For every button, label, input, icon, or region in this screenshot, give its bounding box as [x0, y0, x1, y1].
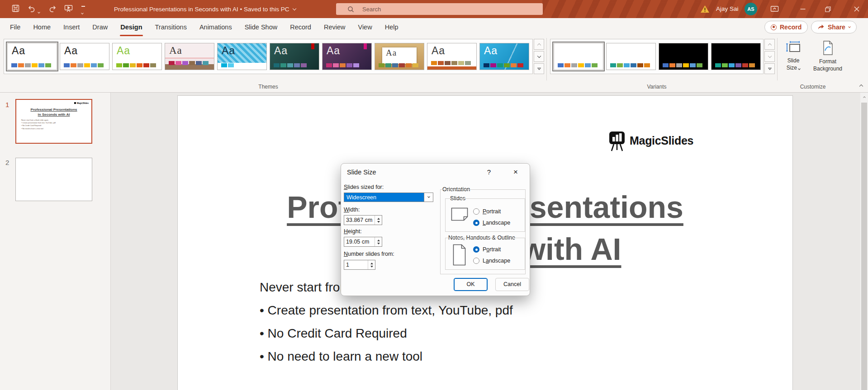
thumbnail-title: Professional Presentations in Seconds wi… [16, 108, 91, 117]
notes-landscape-radio[interactable]: Landscape [473, 258, 510, 264]
theme-color-square [169, 61, 175, 65]
theme-color-square [189, 61, 195, 65]
theme-color-square [150, 63, 156, 67]
theme-tile-6[interactable]: Aa [270, 43, 319, 70]
theme-color-squares [64, 63, 104, 67]
slides-landscape-radio[interactable]: Landscape [473, 220, 510, 226]
theme-color-square [326, 63, 332, 67]
slide-2-thumbnail[interactable] [15, 158, 92, 201]
scrollbar-up-arrow[interactable] [860, 93, 868, 101]
tab-help[interactable]: Help [379, 18, 405, 36]
theme-color-square [742, 63, 748, 67]
record-button[interactable]: Record [764, 21, 808, 33]
dialog-help-button[interactable]: ? [483, 168, 495, 176]
collapse-ribbon-button[interactable] [860, 81, 863, 89]
tab-insert[interactable]: Insert [57, 18, 86, 36]
slides-sized-for-label: Slides sized for: [344, 184, 384, 190]
variant-tile-2[interactable] [606, 43, 656, 70]
customize-qat-icon[interactable] [81, 6, 85, 16]
ribbon-display-options-icon[interactable] [770, 5, 779, 14]
tab-slide-show[interactable]: Slide Show [238, 18, 284, 36]
height-input[interactable]: 19.05 cm [344, 237, 382, 247]
warning-icon[interactable] [700, 5, 710, 15]
vertical-scrollbar[interactable] [860, 93, 868, 390]
theme-tile-7[interactable]: Aa [322, 43, 372, 70]
format-background-button[interactable]: Format Background [809, 40, 847, 72]
cancel-button[interactable]: Cancel [495, 278, 529, 291]
restore-button[interactable] [817, 0, 838, 18]
variant-tile-1[interactable] [554, 43, 603, 70]
theme-color-square [392, 63, 398, 67]
share-button[interactable]: Share [811, 21, 857, 33]
variants-scroll-up-button[interactable] [764, 39, 775, 50]
width-input[interactable]: 33.867 cm [344, 215, 382, 225]
variants-scroll-down-button[interactable] [764, 51, 775, 62]
slides-portrait-radio[interactable]: Portrait [473, 208, 501, 215]
theme-tile-8[interactable]: Aa [375, 43, 424, 70]
tab-review[interactable]: Review [318, 18, 352, 36]
dropdown-chevron-icon[interactable] [424, 193, 433, 202]
number-slides-from-input[interactable]: 1 [344, 260, 375, 270]
minimize-button[interactable] [792, 0, 813, 18]
tab-draw[interactable]: Draw [86, 18, 114, 36]
variant-tile-4[interactable] [711, 43, 761, 70]
user-name[interactable]: Ajay Sai [716, 0, 739, 18]
themes-scroll-up-button[interactable] [534, 39, 544, 50]
magicslides-logo-text: MagicSlides [630, 134, 693, 147]
height-label: Height: [344, 228, 362, 235]
theme-color-square [116, 63, 122, 67]
slide-1-thumbnail[interactable]: MagicSlides Professional Presentations i… [15, 99, 92, 144]
number-spinner[interactable] [368, 260, 375, 269]
themes-more-button[interactable] [534, 63, 544, 74]
theme-color-square [64, 63, 70, 67]
tab-view[interactable]: View [351, 18, 378, 36]
scrollbar-thumb[interactable] [861, 103, 867, 390]
theme-tile-9[interactable]: Aa [427, 43, 477, 70]
theme-color-squares [379, 63, 418, 67]
tab-design[interactable]: Design [114, 18, 148, 36]
width-spinner[interactable] [375, 216, 382, 225]
search-placeholder: Search [362, 6, 381, 13]
undo-dropdown-icon[interactable] [38, 7, 40, 15]
theme-color-square [558, 63, 564, 67]
themes-scroll-down-button[interactable] [534, 51, 544, 62]
tab-home[interactable]: Home [27, 18, 57, 36]
theme-color-square [644, 63, 650, 67]
theme-tile-5[interactable]: Aa [217, 43, 267, 70]
undo-icon[interactable] [27, 5, 35, 14]
theme-color-square [663, 63, 669, 67]
theme-tile-4[interactable]: Aa [165, 43, 214, 70]
tab-record[interactable]: Record [284, 18, 318, 36]
theme-color-square [25, 63, 31, 67]
save-icon[interactable] [12, 5, 19, 14]
start-slideshow-icon[interactable] [64, 5, 73, 14]
tab-animations[interactable]: Animations [193, 18, 238, 36]
avatar[interactable]: AS [745, 3, 757, 15]
theme-color-squares [715, 63, 755, 67]
redo-icon[interactable] [49, 5, 57, 14]
tab-transitions[interactable]: Transitions [149, 18, 193, 36]
tab-file[interactable]: File [4, 18, 27, 36]
dialog-close-button[interactable]: × [507, 166, 525, 179]
theme-tile-3[interactable]: Aa [112, 43, 162, 70]
slide-bullet: • Create presentation from text, YouTube… [260, 299, 513, 322]
slides-sized-for-dropdown[interactable]: Widescreen [344, 193, 433, 202]
chevron-down-icon [848, 25, 851, 28]
theme-color-square [280, 63, 286, 67]
variant-tile-3[interactable] [659, 43, 708, 70]
theme-tile-1[interactable]: Aa [7, 43, 57, 70]
theme-tile-10[interactable]: Aa [479, 43, 529, 70]
theme-color-square [438, 61, 444, 65]
ok-button[interactable]: OK [454, 278, 488, 291]
close-button[interactable] [845, 0, 868, 18]
theme-tile-2[interactable]: Aa [60, 43, 109, 70]
search-input[interactable]: Search [336, 3, 543, 15]
theme-color-square [676, 63, 682, 67]
height-spinner[interactable] [375, 237, 382, 246]
share-icon [817, 24, 825, 30]
document-title[interactable]: Professional Presentations in Seconds wi… [114, 0, 296, 18]
slide-size-button[interactable]: Slide Size [779, 40, 808, 71]
variants-more-button[interactable] [764, 63, 775, 74]
notes-portrait-radio[interactable]: Portrait [473, 246, 501, 253]
slides-portrait-label: Portrait [483, 208, 501, 215]
